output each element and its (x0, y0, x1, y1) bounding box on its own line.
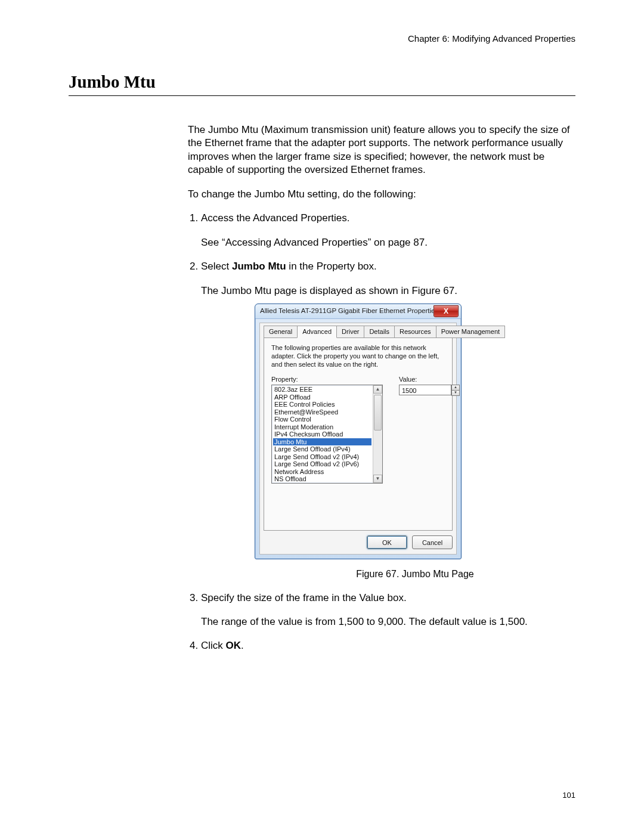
property-item[interactable]: IPv4 Checksum Offload (273, 431, 371, 438)
figure-67: Allied Telesis AT-2911GP Gigabit Fiber E… (255, 304, 575, 581)
step-4-pre: Click (201, 640, 226, 651)
step-4-bold: OK (226, 640, 242, 651)
listbox-scrollbar[interactable]: ▲ ▼ (373, 385, 382, 483)
step-3-text: Specify the size of the frame in the Val… (201, 592, 407, 603)
tab-general[interactable]: General (264, 326, 298, 339)
property-item[interactable]: Priority & VLAN (273, 483, 371, 484)
scroll-track[interactable] (373, 394, 382, 475)
property-item[interactable]: Jumbo Mtu (273, 438, 371, 446)
property-listbox[interactable]: 802.3az EEEARP OffloadEEE Control Polici… (271, 385, 383, 484)
value-label: Value: (399, 375, 460, 384)
close-button[interactable]: X (434, 305, 459, 317)
value-step-up[interactable]: ▲ (451, 385, 460, 391)
step-1: Access the Advanced Properties. See “Acc… (201, 212, 575, 249)
step-2: Select Jumbo Mtu in the Property box. Th… (201, 260, 575, 581)
properties-dialog: Allied Telesis AT-2911GP Gigabit Fiber E… (255, 304, 462, 560)
close-icon: X (444, 308, 448, 315)
step-1-text: Access the Advanced Properties. (201, 212, 349, 224)
step-2-post: in the Property box. (286, 261, 377, 272)
caret-down-icon: ▼ (454, 391, 457, 395)
tab-body-advanced: The following properties are available f… (264, 337, 453, 531)
step-3: Specify the size of the frame in the Val… (201, 592, 575, 629)
cancel-button[interactable]: Cancel (412, 535, 453, 549)
figure-caption: Figure 67. Jumbo Mtu Page (255, 568, 575, 580)
section-title: Jumbo Mtu (69, 72, 575, 96)
body-content: The Jumbo Mtu (Maximum transmission unit… (188, 123, 575, 653)
property-item[interactable]: Flow Control (273, 416, 371, 423)
step-2-sub: The Jumbo Mtu page is displayed as shown… (201, 284, 575, 298)
step-2-bold: Jumbo Mtu (232, 261, 286, 272)
property-item[interactable]: Large Send Offload v2 (IPv4) (273, 453, 371, 461)
tab-driver[interactable]: Driver (336, 326, 364, 339)
step-3-sub: The range of the value is from 1,500 to … (201, 615, 575, 628)
chapter-header: Chapter 6: Modifying Advanced Properties (69, 33, 575, 44)
chevron-up-icon: ▲ (376, 386, 380, 393)
caret-up-icon: ▲ (454, 385, 457, 390)
property-item[interactable]: Network Address (273, 468, 371, 476)
scroll-up-button[interactable]: ▲ (373, 385, 382, 394)
property-item[interactable]: Large Send Offload (IPv4) (273, 445, 371, 453)
tab-details[interactable]: Details (364, 326, 395, 339)
ok-button[interactable]: OK (367, 535, 407, 549)
tab-resources[interactable]: Resources (394, 326, 436, 339)
dialog-body: General Advanced Driver Details Resource… (259, 323, 457, 555)
tab-power-management[interactable]: Power Management (436, 326, 505, 339)
property-item[interactable]: Large Send Offload v2 (IPv6) (273, 460, 371, 468)
page-number: 101 (562, 791, 575, 800)
value-step-down[interactable]: ▼ (451, 391, 460, 396)
property-item[interactable]: NS Offload (273, 475, 371, 483)
step-2-pre: Select (201, 261, 232, 272)
value-input[interactable]: 1500 (399, 385, 451, 395)
dialog-title: Allied Telesis AT-2911GP Gigabit Fiber E… (260, 306, 434, 315)
step-1-sub: See “Accessing Advanced Properties” on p… (201, 236, 575, 249)
lead-paragraph: To change the Jumbo Mtu setting, do the … (188, 188, 575, 201)
chevron-down-icon: ▼ (376, 476, 380, 482)
value-spinbox[interactable]: 1500 ▲ ▼ (399, 385, 460, 396)
tab-description: The following properties are available f… (271, 344, 445, 368)
property-item[interactable]: 802.3az EEE (273, 386, 371, 394)
tab-row: General Advanced Driver Details Resource… (264, 326, 453, 339)
property-item[interactable]: ARP Offload (273, 394, 371, 401)
property-label: Property: (271, 375, 385, 384)
intro-paragraph: The Jumbo Mtu (Maximum transmission unit… (188, 123, 575, 177)
step-4: Click OK. (201, 639, 575, 652)
step-4-post: . (241, 640, 244, 651)
property-item[interactable]: Interrupt Moderation (273, 423, 371, 431)
scroll-thumb[interactable] (374, 395, 382, 431)
tab-advanced[interactable]: Advanced (297, 326, 337, 339)
scroll-down-button[interactable]: ▼ (373, 475, 382, 483)
property-item[interactable]: EEE Control Policies (273, 401, 371, 408)
dialog-titlebar[interactable]: Allied Telesis AT-2911GP Gigabit Fiber E… (255, 304, 461, 319)
property-item[interactable]: Ethernet@WireSpeed (273, 408, 371, 416)
